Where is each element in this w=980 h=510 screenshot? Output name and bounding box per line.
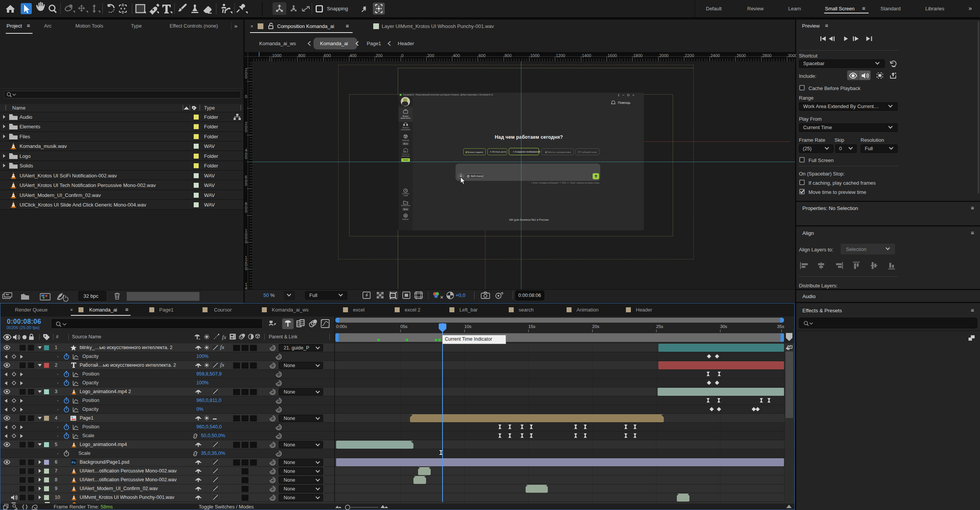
svg-text:fx: fx bbox=[222, 334, 226, 340]
